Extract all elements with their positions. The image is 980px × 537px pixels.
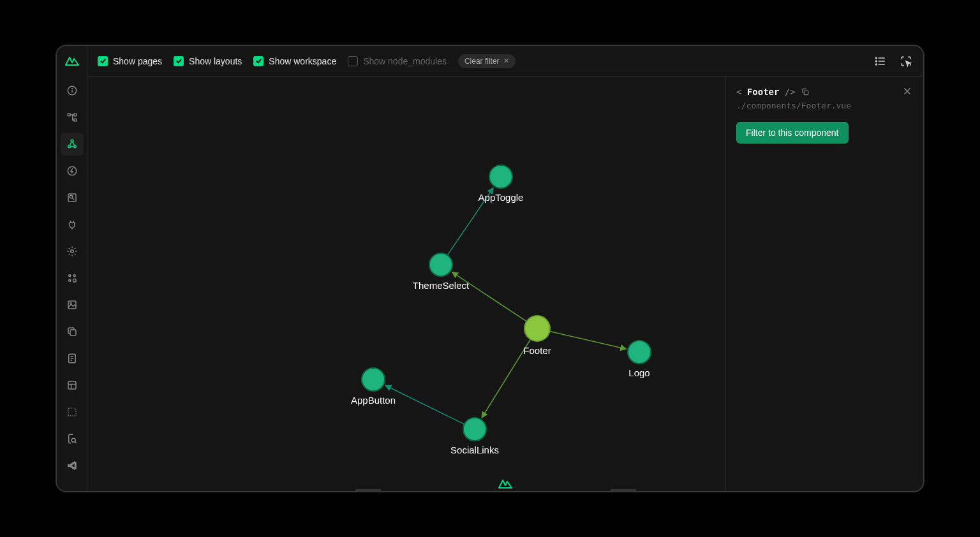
svg-point-33 [876, 61, 877, 62]
svg-rect-19 [70, 330, 76, 335]
checkbox-label: Show workspace [269, 56, 336, 66]
bottom-drag-handle[interactable] [355, 489, 381, 491]
close-icon: ✕ [503, 57, 509, 65]
svg-point-28 [71, 438, 75, 442]
sidebar-search-doc[interactable] [61, 427, 84, 450]
graph-node-label: Footer [523, 345, 551, 356]
checkbox-icon [174, 56, 184, 66]
component-path: ./components/Footer.vue [736, 101, 913, 110]
sidebar-layout[interactable] [61, 374, 84, 397]
sidebar-file[interactable] [61, 347, 84, 370]
sidebar-tree[interactable] [61, 106, 84, 129]
svg-point-36 [429, 253, 452, 276]
graph-node-themeselect[interactable]: ThemeSelect [413, 253, 470, 291]
component-graph[interactable]: FooterThemeSelectAppToggleLogoSocialLink… [87, 77, 725, 491]
nuxt-logo[interactable] [64, 52, 80, 69]
sidebar [57, 46, 87, 491]
inspect-cursor-icon[interactable] [899, 54, 913, 68]
graph-node-label: AppToggle [479, 192, 524, 203]
close-panel-button[interactable] [902, 85, 913, 97]
svg-point-15 [68, 279, 70, 281]
bottom-drag-handle[interactable] [611, 489, 636, 491]
checkbox-icon [253, 56, 264, 66]
graph-node-apptoggle[interactable]: AppToggle [479, 165, 524, 203]
checkbox-show-layouts[interactable]: Show layouts [174, 56, 242, 66]
copy-icon[interactable] [801, 87, 810, 96]
content-area: FooterThemeSelectAppToggleLogoSocialLink… [87, 77, 923, 491]
main-area: Show pages Show layouts Show workspace S… [87, 46, 923, 491]
sidebar-plugins[interactable] [61, 213, 84, 236]
checkbox-show-node-modules[interactable]: Show node_modules [348, 56, 447, 66]
sidebar-duplicate[interactable] [61, 320, 84, 343]
svg-point-35 [524, 316, 550, 341]
panel-header: < Footer /> [736, 87, 913, 97]
svg-point-34 [876, 64, 877, 65]
sidebar-images[interactable] [61, 293, 84, 316]
graph-edge [549, 332, 626, 349]
graph-node-sociallinks[interactable]: SocialLinks [450, 418, 499, 455]
svg-rect-43 [804, 91, 808, 94]
app-window: Show pages Show layouts Show workspace S… [56, 45, 924, 492]
topbar: Show pages Show layouts Show workspace S… [87, 46, 923, 77]
sidebar-info[interactable] [61, 79, 84, 102]
sidebar-graph[interactable] [61, 133, 84, 156]
svg-rect-5 [74, 119, 77, 121]
checkbox-show-workspace[interactable]: Show workspace [253, 56, 336, 66]
component-details-panel: < Footer /> ./components/Footer.vue Filt… [725, 77, 923, 491]
svg-point-32 [876, 57, 877, 59]
graph-node-label: AppButton [351, 395, 396, 406]
component-tag: < Footer /> [736, 87, 796, 97]
clear-filter-label: Clear filter [464, 57, 500, 66]
svg-rect-3 [68, 114, 70, 116]
svg-point-39 [463, 418, 486, 441]
list-view-icon[interactable] [873, 54, 887, 68]
sidebar-modules[interactable] [61, 267, 84, 290]
filter-to-component-button[interactable]: Filter to this component [736, 122, 849, 143]
svg-rect-27 [68, 408, 76, 416]
svg-rect-4 [74, 114, 77, 116]
svg-point-37 [489, 165, 512, 188]
graph-edge [385, 385, 464, 424]
checkbox-show-pages[interactable]: Show pages [98, 56, 162, 66]
sidebar-settings[interactable] [61, 240, 84, 263]
sidebar-select[interactable] [61, 401, 84, 423]
checkbox-icon [98, 56, 108, 66]
svg-rect-24 [68, 381, 76, 389]
svg-point-13 [68, 275, 70, 277]
graph-node-logo[interactable]: Logo [628, 341, 651, 378]
checkbox-label: Show node_modules [363, 56, 447, 66]
svg-point-14 [73, 275, 75, 277]
sidebar-inspect[interactable] [61, 186, 84, 209]
graph-node-label: ThemeSelect [413, 280, 470, 291]
checkbox-icon [348, 56, 358, 66]
graph-node-label: SocialLinks [450, 445, 499, 455]
sidebar-vscode[interactable] [61, 454, 84, 477]
graph-node-label: Logo [628, 367, 650, 378]
graph-node-footer[interactable]: Footer [523, 316, 551, 356]
svg-rect-16 [73, 279, 76, 283]
checkbox-label: Show layouts [189, 56, 242, 66]
svg-point-12 [70, 250, 73, 253]
nuxt-logo-footer[interactable] [498, 478, 513, 489]
svg-point-40 [362, 368, 385, 391]
svg-point-38 [628, 341, 651, 364]
checkbox-label: Show pages [113, 56, 162, 66]
svg-point-2 [71, 89, 72, 89]
sidebar-performance[interactable] [61, 159, 84, 182]
clear-filter-button[interactable]: Clear filter ✕ [458, 54, 516, 68]
